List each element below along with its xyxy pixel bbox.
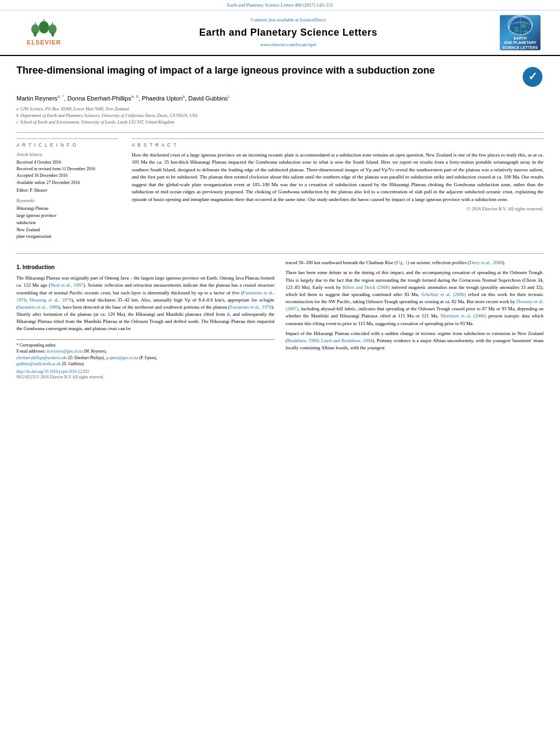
- affiliation-3: c School of Earth and Environment, Unive…: [16, 119, 544, 126]
- article-title: Three-dimensional imaging of impact of a…: [16, 64, 514, 77]
- globe-label: EARTH AND PLANETARY SCIENCE LETTERS: [502, 36, 538, 50]
- author-2: Donna Eberhart-Phillips: [68, 95, 131, 102]
- affiliations-block: a GNS Science, PO Box 30368, Lower Hutt …: [16, 106, 544, 126]
- affil-sup-b: b: [16, 113, 19, 119]
- email-2[interactable]: eberhart-phillips@ucdavis.edu: [16, 355, 67, 360]
- email-2-name: (D. Eberhart-Phillips),: [68, 355, 105, 360]
- affiliation-2: b Department of Earth and Planetary Scie…: [16, 113, 544, 119]
- elsevier-logo: ELSEVIER: [16, 18, 71, 46]
- journal-bar-text: Earth and Planetary Science Letters 460 …: [227, 2, 333, 8]
- keyword-3: subduction: [16, 220, 118, 227]
- keywords-list: Hikurangi Plateau large igneous province…: [16, 205, 118, 241]
- ref-bradshaw-1989[interactable]: Bradshaw, 1989: [287, 338, 318, 343]
- keyword-4: New Zealand: [16, 227, 118, 234]
- globe-sphere: [508, 15, 533, 35]
- ref-fig1[interactable]: Fig. 1: [396, 260, 408, 265]
- author-2-sup: a, b: [131, 94, 138, 99]
- affil-sup-a: a: [16, 106, 19, 113]
- ref-davy-2008[interactable]: Davy et al., 2008: [469, 260, 502, 265]
- affil-sup-c: c: [16, 119, 19, 126]
- ref-saunders-1996[interactable]: Saunders et al., 1996: [18, 304, 59, 310]
- affiliation-1: a GNS Science, PO Box 30368, Lower Hutt …: [16, 106, 544, 113]
- intro-para-1: The Hikurangi Plateau was originally par…: [16, 275, 275, 333]
- author-1: Martin Reyners: [16, 95, 58, 102]
- svg-point-2: [31, 24, 40, 34]
- email-footnote-2: eberhart-phillips@ucdavis.edu (D. Eberha…: [16, 355, 275, 361]
- authors-line: Martin Reynersa, *, Donna Eberhart-Phill…: [16, 93, 544, 103]
- email-1[interactable]: m.reyners@gns.cri.nz: [47, 349, 83, 354]
- crossmark-icon: ✓: [523, 67, 542, 87]
- divider-2: [16, 253, 544, 254]
- issn-line: 0012-821X/© 2016 Elsevier B.V. All right…: [16, 375, 275, 381]
- article-title-section: Three-dimensional imaging of impact of a…: [16, 64, 544, 88]
- globe-icon: EARTH AND PLANETARY SCIENCE LETTERS: [500, 15, 541, 51]
- svg-point-13: [524, 30, 528, 33]
- received-date: Received 4 October 2016: [16, 159, 118, 165]
- ref-laird-bradshaw-2004[interactable]: Laird and Bradshaw, 2004: [321, 338, 373, 343]
- email-4-name: (D. Gubbins).: [62, 361, 85, 366]
- email-3-name: (P. Upton),: [139, 355, 158, 360]
- body-columns: 1. Introduction The Hikurangi Plateau wa…: [16, 259, 544, 381]
- article-content: Three-dimensional imaging of impact of a…: [0, 56, 560, 389]
- header-section: ELSEVIER Contents lists available at Sci…: [0, 10, 560, 56]
- email-label: E-mail addresses:: [16, 349, 46, 354]
- keywords-label: Keywords:: [16, 198, 118, 204]
- article-info-heading: A R T I C L E I N F O: [16, 142, 118, 149]
- ref-hussong-1979[interactable]: Hussong et al., 1979: [30, 297, 72, 303]
- copyright-line: © 2016 Elsevier B.V. All rights reserved…: [132, 206, 544, 213]
- journal-title: Earth and Planetary Science Letters: [82, 26, 494, 40]
- info-abstract-row: A R T I C L E I N F O Article history: R…: [16, 138, 544, 245]
- sciencedirect-link[interactable]: ScienceDirect: [300, 17, 326, 23]
- affil-text-a: GNS Science, PO Box 30368, Lower Hutt 50…: [20, 106, 129, 113]
- email-footnote: E-mail addresses: m.reyners@gns.cri.nz (…: [16, 349, 275, 355]
- intro-heading: 1. Introduction: [16, 264, 275, 271]
- body-col-right: traced 50–100 km southward beneath the C…: [285, 259, 544, 381]
- author-3: Phaedra Upton: [142, 95, 182, 102]
- affil-text-b: Department of Earth and Planetary Scienc…: [20, 113, 198, 119]
- available-date: Available online 27 December 2016: [16, 180, 118, 186]
- accepted-date: Accepted 16 December 2016: [16, 172, 118, 178]
- abstract-heading: A B S T R A C T: [132, 142, 544, 149]
- affil-text-c: School of Earth and Environment, Univers…: [20, 119, 175, 126]
- contents-label: Contents lists available at: [251, 17, 299, 23]
- doi-line[interactable]: http://dx.doi.org/10.1016/j.epsl.2016.12…: [16, 369, 275, 375]
- svg-point-3: [48, 24, 57, 34]
- header-center: Contents lists available at ScienceDirec…: [82, 17, 494, 48]
- author-4-sup: c: [228, 94, 230, 99]
- journal-bar: Earth and Planetary Science Letters 460 …: [0, 0, 560, 10]
- elsevier-tree-icon: [27, 18, 60, 37]
- keywords-section: Keywords: Hikurangi Plateau large igneou…: [16, 198, 118, 241]
- ref-neal-1997[interactable]: Neal et al., 1997: [51, 282, 83, 288]
- keyword-1: Hikurangi Plateau: [16, 205, 118, 213]
- abstract-text: How the thickened crust of a large igneo…: [132, 152, 544, 204]
- article-history: Article history: Received 4 October 2016…: [16, 152, 118, 193]
- journal-url[interactable]: www.elsevier.com/locate/epsl: [82, 42, 494, 48]
- email-4[interactable]: gubbins@earth.leeds.ac.uk: [16, 361, 61, 366]
- ref-schellart-2006[interactable]: Schellart et al. (2006): [421, 292, 466, 297]
- svg-text:✓: ✓: [528, 70, 537, 82]
- editor-line: Editor: P. Shearer: [16, 187, 118, 193]
- svg-point-4: [39, 21, 49, 34]
- page-wrapper: Earth and Planetary Science Letters 460 …: [0, 0, 560, 389]
- globe-logo-area: EARTH AND PLANETARY SCIENCE LETTERS: [500, 15, 544, 51]
- ref-mortimer-2006[interactable]: Mortimer et al. (2006): [441, 313, 486, 319]
- article-title-area: Three-dimensional imaging of impact of a…: [16, 64, 514, 81]
- ref-billen-stock-2000[interactable]: Billen and Stock (2000): [343, 284, 390, 290]
- elsevier-brand-text: ELSEVIER: [16, 38, 71, 47]
- intro-para-right-2: There has been some debate as to the tim…: [285, 269, 544, 327]
- body-col-left: 1. Introduction The Hikurangi Plateau wa…: [16, 259, 275, 381]
- author-4: David Gubbins: [188, 95, 228, 102]
- ref-downey-2007[interactable]: Downey et al. (2007): [285, 299, 544, 311]
- keyword-5: plate reorganization: [16, 233, 118, 241]
- ref-furumoto-1976b[interactable]: Furumoto et al., 1976: [230, 304, 272, 310]
- contents-available-line: Contents lists available at ScienceDirec…: [82, 17, 494, 24]
- svg-point-11: [520, 23, 527, 29]
- footnotes-section: * Corresponding author. E-mail addresses…: [16, 339, 275, 381]
- article-info-panel: A R T I C L E I N F O Article history: R…: [16, 138, 118, 245]
- corresponding-note: * Corresponding author.: [16, 343, 275, 349]
- keyword-2: large igneous province: [16, 213, 118, 220]
- history-label: Article history:: [16, 152, 118, 158]
- crossmark-badge[interactable]: ✓: [523, 67, 544, 88]
- email-3[interactable]: p.upton@gns.cri.nz: [106, 355, 138, 360]
- divider-1: [16, 132, 544, 133]
